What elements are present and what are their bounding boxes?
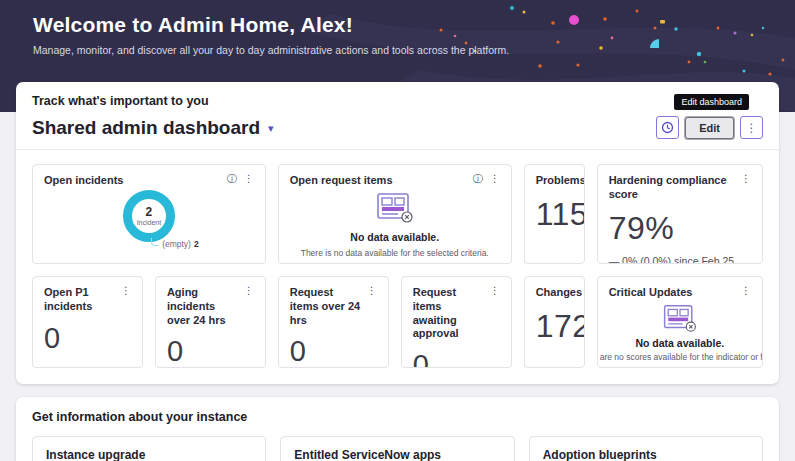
- hardening-value: 79%: [609, 210, 751, 247]
- dashboard-title-row: Shared admin dashboard ▾ Edit dashboard …: [32, 116, 763, 139]
- donut-ring: 2 Incident: [123, 190, 175, 242]
- title-divider: [16, 149, 779, 150]
- card-title: Open incidents: [44, 174, 123, 188]
- card-title: Problems: [536, 174, 585, 188]
- card-open-incidents: Open incidents ⓘ ⋮ 2 Incident (empty) 2: [32, 164, 266, 264]
- info-icon[interactable]: ⓘ: [473, 174, 483, 184]
- card-title: Instance upgrade: [46, 448, 252, 461]
- edit-dashboard-tooltip: Edit dashboard: [674, 94, 749, 110]
- dashboard-cards-grid: Open incidents ⓘ ⋮ 2 Incident (empty) 2: [32, 164, 763, 368]
- donut-unit: Incident: [137, 219, 162, 226]
- dashboard-panel: Track what's important to you Shared adm…: [16, 82, 779, 384]
- dashboard-more-button[interactable]: ⋮: [740, 116, 763, 139]
- problems-value: 115: [536, 196, 573, 233]
- card-title: Critical Updates: [609, 286, 693, 300]
- no-data-illustration-icon: [374, 192, 416, 224]
- card-title: Entitled ServiceNow apps: [294, 448, 500, 461]
- kebab-menu-icon: ⋮: [746, 122, 758, 134]
- dashboard-title-dropdown[interactable]: Shared admin dashboard ▾: [32, 117, 274, 139]
- instance-info-panel: Get information about your instance Inst…: [16, 397, 779, 461]
- card-request-items-over-24: Request items over 24 hrs ⋮ 0: [278, 276, 389, 368]
- dashboard-title-label: Shared admin dashboard: [32, 117, 260, 139]
- info-icon[interactable]: ⓘ: [227, 174, 237, 184]
- no-data-message: There are no scores available for the in…: [597, 352, 763, 362]
- kebab-menu-icon[interactable]: ⋮: [490, 286, 500, 296]
- aging-incidents-value: 0: [167, 335, 254, 368]
- kebab-menu-icon[interactable]: ⋮: [121, 286, 131, 296]
- card-title: Changes: [536, 286, 582, 300]
- refresh-button[interactable]: [656, 116, 679, 139]
- dashboard-section-heading: Track what's important to you: [32, 94, 763, 108]
- info-section-heading: Get information about your instance: [32, 410, 763, 424]
- card-title: Hardening compliance score: [609, 174, 737, 202]
- request-over-24-value: 0: [290, 335, 377, 368]
- legend-connector: [151, 238, 159, 246]
- legend-label: (empty): [162, 239, 191, 249]
- page-subtitle: Manage, monitor, and discover all your d…: [33, 44, 795, 56]
- card-problems: Problems ⋮ 115: [524, 164, 585, 264]
- card-adoption-blueprints[interactable]: Adoption blueprints: [529, 436, 763, 461]
- edit-dashboard-button[interactable]: Edit: [685, 117, 734, 139]
- card-changes: Changes ⋮ 172: [524, 276, 585, 368]
- card-title: Open request items: [290, 174, 393, 188]
- no-data-title: No data available.: [635, 337, 724, 349]
- card-title: Request items over 24 hrs: [290, 286, 363, 327]
- card-aging-incidents: Aging incidents over 24 hrs ⋮ 0: [155, 276, 266, 368]
- request-awaiting-value: 0: [413, 349, 500, 368]
- hardening-delta: — 0% (0.0%) since Feb 25: [609, 255, 751, 265]
- card-critical-updates: Critical Updates ⋮ No data available. Th…: [597, 276, 763, 368]
- open-incidents-donut-chart[interactable]: 2 Incident (empty) 2: [44, 190, 254, 249]
- card-title: Request items awaiting approval: [413, 286, 486, 341]
- card-open-request-items: Open request items ⓘ ⋮ No data available…: [278, 164, 512, 264]
- open-p1-value: 0: [44, 322, 131, 355]
- chevron-down-icon: ▾: [268, 122, 274, 135]
- page-title: Welcome to Admin Home, Alex!: [33, 13, 795, 37]
- donut-legend: (empty) 2: [151, 238, 199, 249]
- no-data-message: There is no data available for the selec…: [301, 248, 489, 258]
- kebab-menu-icon[interactable]: ⋮: [244, 286, 254, 296]
- card-request-items-awaiting: Request items awaiting approval ⋮ 0: [401, 276, 512, 368]
- info-cards-grid: Instance upgrade Entitled ServiceNow app…: [32, 436, 763, 461]
- kebab-menu-icon[interactable]: ⋮: [741, 174, 751, 184]
- card-title: Aging incidents over 24 hrs: [167, 286, 240, 327]
- kebab-menu-icon[interactable]: ⋮: [367, 286, 377, 296]
- legend-value: 2: [194, 239, 199, 249]
- card-open-p1-incidents: Open P1 incidents ⋮ 0: [32, 276, 143, 368]
- no-data-title: No data available.: [350, 231, 439, 243]
- kebab-menu-icon[interactable]: ⋮: [741, 286, 751, 296]
- card-instance-upgrade[interactable]: Instance upgrade: [32, 436, 266, 461]
- refresh-clock-icon: [661, 121, 674, 134]
- dashboard-actions: Edit dashboard Edit ⋮: [656, 116, 763, 139]
- card-title: Adoption blueprints: [543, 448, 749, 461]
- changes-value: 172: [536, 308, 573, 345]
- card-hardening-compliance: Hardening compliance score ⋮ 79% — 0% (0…: [597, 164, 763, 264]
- kebab-menu-icon[interactable]: ⋮: [490, 174, 500, 184]
- donut-value: 2: [146, 206, 153, 218]
- card-title: Open P1 incidents: [44, 286, 117, 314]
- no-data-illustration-icon: [661, 304, 699, 333]
- kebab-menu-icon[interactable]: ⋮: [244, 174, 254, 184]
- card-entitled-servicenow-apps[interactable]: Entitled ServiceNow apps: [280, 436, 514, 461]
